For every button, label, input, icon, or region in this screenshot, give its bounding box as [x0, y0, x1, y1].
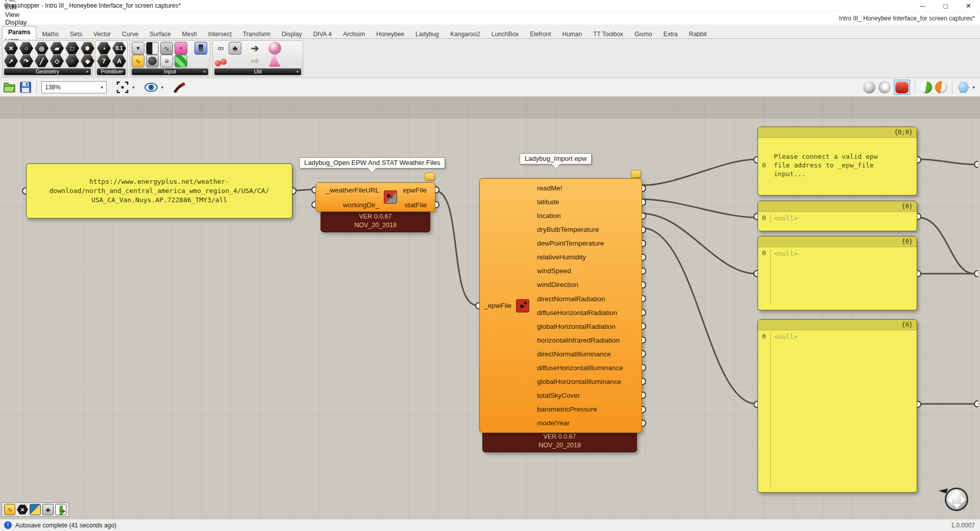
import-epw-component[interactable]: readMe! latitude location dryBulbTempera…	[479, 178, 642, 433]
geometry-param-icon[interactable]: ◎	[35, 42, 48, 55]
geometry-param-icon[interactable]: ↷	[19, 55, 33, 67]
group-label-input[interactable]: Input+	[132, 68, 208, 75]
maximize-button[interactable]: ▢	[934, 0, 957, 11]
button-icon[interactable]	[194, 42, 207, 55]
readme-panel[interactable]: {0;0} 0 Please connect a valid epw file …	[757, 127, 917, 196]
wire[interactable]	[641, 199, 756, 218]
minimize-button[interactable]: —	[911, 0, 934, 11]
number-slider-icon[interactable]: ▼	[132, 42, 144, 55]
input-socket[interactable]	[475, 302, 479, 309]
grasshopper-canvas[interactable]: https://www.energyplus.net/weather- down…	[0, 97, 980, 519]
paintball-icon[interactable]	[268, 42, 281, 55]
control-knob-icon[interactable]	[146, 55, 159, 67]
panel-input-socket[interactable]	[753, 401, 757, 408]
panel-input-socket[interactable]	[753, 156, 757, 163]
primitive-param-icon[interactable]: ◑	[97, 42, 111, 55]
category-tab[interactable]: Ladybug	[410, 29, 445, 40]
chevron-down-icon[interactable]: ▾	[972, 85, 975, 90]
geometry-param-icon[interactable]: ○	[19, 42, 33, 55]
geometry-param-icon[interactable]: ╱	[35, 55, 48, 67]
save-file-icon[interactable]	[19, 81, 32, 93]
boolean-toggle-icon[interactable]	[146, 42, 159, 55]
geometry-param-icon[interactable]: ◆	[81, 55, 94, 67]
sticky-note-icon[interactable]	[425, 173, 435, 180]
wire[interactable]	[641, 228, 756, 404]
orange-preview-icon[interactable]	[935, 81, 947, 93]
zoom-extents-icon[interactable]	[116, 81, 129, 94]
category-tab[interactable]: Display	[276, 29, 307, 40]
chevron-down-icon[interactable]: ▾	[161, 85, 164, 90]
red-display-selected[interactable]	[894, 80, 910, 95]
null-panel-2[interactable]: {0} 0 <null>	[757, 236, 917, 310]
geometry-param-icon[interactable]: ↗	[4, 55, 18, 67]
category-tab[interactable]: Honeybee	[371, 29, 410, 40]
canvas-trackball-widget[interactable]	[945, 488, 968, 511]
primitive-param-icon[interactable]: 7	[97, 55, 111, 67]
cherries-icon[interactable]	[214, 55, 227, 67]
open-file-icon[interactable]	[3, 81, 16, 93]
primitive-param-icon[interactable]: 0.1	[112, 42, 126, 55]
category-tab[interactable]: Elefront	[524, 29, 556, 40]
disable-hex-icon[interactable]: ✕	[17, 504, 28, 515]
geometry-param-icon[interactable]: ◌	[65, 55, 79, 67]
named-view-icon[interactable]: N➔	[55, 504, 66, 515]
category-tab[interactable]: Intersect	[203, 29, 237, 40]
blue-quality-icon[interactable]	[957, 81, 969, 93]
category-tab[interactable]: Extra	[658, 29, 683, 40]
tree-view-icon[interactable]: ♣	[42, 504, 54, 515]
offscreen-input-socket[interactable]	[974, 270, 978, 277]
category-tab[interactable]: TT Toolbox	[587, 29, 629, 40]
wire-display-icon[interactable]	[878, 81, 891, 93]
wire[interactable]	[641, 213, 756, 274]
panel-input-socket[interactable]	[753, 213, 757, 220]
geometry-param-icon[interactable]: ❄	[81, 42, 94, 55]
category-tab[interactable]: Surface	[144, 29, 176, 40]
wire[interactable]	[918, 159, 974, 164]
sticky-note-icon[interactable]	[631, 170, 641, 178]
spectacles-icon[interactable]: ∞	[214, 42, 227, 55]
category-tab[interactable]: DIVA 4	[307, 29, 337, 40]
tab-params[interactable]: Params	[2, 26, 36, 39]
category-tab[interactable]: Maths	[36, 29, 64, 40]
group-label-util[interactable]: Util+	[214, 68, 301, 75]
offscreen-input-socket[interactable]	[974, 400, 978, 407]
group-label-geometry[interactable]: Geometry+	[4, 68, 91, 75]
geometry-param-icon[interactable]: ▰	[50, 42, 64, 55]
md-slider-icon[interactable]: •	[175, 42, 187, 55]
chevron-down-icon[interactable]: ▾	[132, 85, 135, 90]
menu-item[interactable]: Display	[0, 18, 34, 26]
null-panel-3[interactable]: {0} 0 <null>	[757, 319, 917, 493]
wire[interactable]	[434, 190, 477, 305]
open-epw-component[interactable]: _weatherFileURL epwFile workingDir_ stat…	[315, 182, 435, 212]
category-tab[interactable]: Transform	[237, 29, 276, 40]
null-panel-1[interactable]: {0} 0 <null>	[757, 201, 917, 231]
category-tab[interactable]: Kangaroo2	[445, 29, 486, 40]
cluster-tree-icon[interactable]: ♣	[229, 42, 241, 55]
close-button[interactable]: ✕	[957, 0, 980, 11]
geometry-param-icon[interactable]: ◇	[50, 55, 64, 67]
category-tab[interactable]: LunchBox	[486, 29, 524, 40]
input-socket[interactable]	[311, 201, 315, 208]
offscreen-input-socket[interactable]	[974, 161, 978, 168]
gene-pool-icon[interactable]: ∿	[132, 55, 144, 67]
geometry-param-icon[interactable]: □	[65, 42, 79, 55]
wire[interactable]	[918, 218, 974, 274]
category-tab[interactable]: Vector	[88, 29, 116, 40]
input-socket[interactable]	[311, 186, 315, 194]
jump-dark-arrow-icon[interactable]: ➔	[249, 42, 261, 55]
flask-icon[interactable]	[268, 55, 281, 67]
category-tab[interactable]: Archsim	[337, 29, 371, 40]
geometry-param-icon[interactable]: ✕	[4, 42, 18, 55]
value-list-icon[interactable]: ≡	[160, 55, 173, 67]
colour-swatch-icon[interactable]	[175, 55, 187, 67]
sketch-pen-icon[interactable]	[173, 81, 186, 93]
url-text-panel[interactable]: https://www.energyplus.net/weather- down…	[26, 163, 292, 219]
panel-input-socket[interactable]	[22, 187, 26, 195]
python-icon[interactable]	[30, 504, 41, 515]
wire[interactable]	[641, 159, 756, 185]
panel-input-socket[interactable]	[753, 270, 757, 277]
category-tab[interactable]: Sets	[64, 29, 88, 40]
category-tab[interactable]: Mesh	[176, 29, 202, 40]
menu-item[interactable]: Edit	[0, 3, 34, 11]
category-tab[interactable]: Rabbit	[683, 29, 713, 40]
